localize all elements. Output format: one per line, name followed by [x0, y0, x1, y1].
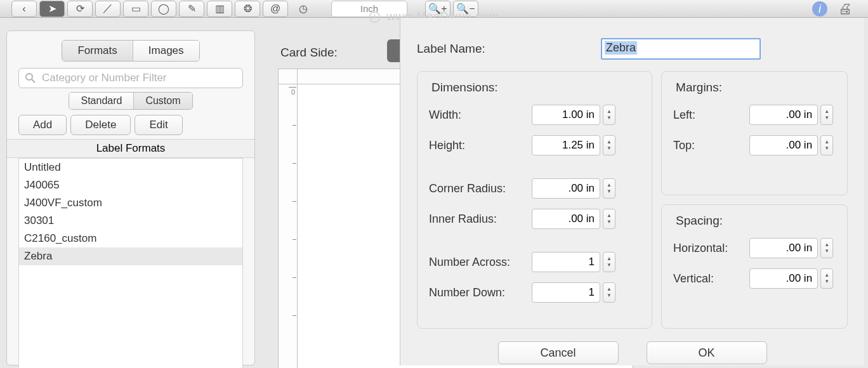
refresh-icon: ⟳: [76, 3, 84, 15]
spiral-tool-button[interactable]: ❂: [235, 1, 260, 17]
left-panel: Formats Images Standard Custom Add Delet…: [6, 30, 255, 365]
height-stepper[interactable]: [603, 135, 615, 155]
horizontal-input[interactable]: [749, 238, 818, 258]
dimensions-group: Dimensions: Width: Height: Corner Radius…: [417, 71, 652, 329]
top-input[interactable]: [749, 135, 818, 155]
spacing-title: Spacing:: [676, 214, 836, 228]
pen-tool-button[interactable]: ✎: [179, 1, 204, 17]
edit-button[interactable]: Edit: [135, 115, 182, 135]
inner-radius-label: Inner Radius:: [429, 213, 532, 226]
svg-line-4: [32, 79, 35, 82]
ellipse-tool-button[interactable]: ◯: [151, 1, 176, 17]
standard-custom-segment: Standard Custom: [7, 92, 254, 110]
number-down-input[interactable]: [532, 282, 600, 303]
pointer-icon: ➤: [48, 3, 56, 15]
list-item[interactable]: C2160_custom: [19, 230, 242, 247]
top-label: Top:: [673, 139, 749, 152]
spiral-icon: ❂: [244, 3, 252, 15]
zoom-out-button[interactable]: 🔍−: [453, 1, 478, 17]
clock-icon: ◷: [299, 3, 308, 15]
at-icon: @: [270, 3, 280, 15]
cancel-button[interactable]: Cancel: [498, 341, 619, 364]
zoom-in-icon: 🔍+: [428, 3, 447, 15]
ruler-corner: [279, 69, 298, 84]
svg-point-3: [26, 74, 32, 80]
rect-icon: ▭: [131, 3, 141, 15]
vertical-input[interactable]: [749, 268, 818, 289]
spacing-group: Spacing: Horizontal: Vertical:: [661, 204, 848, 329]
horizontal-stepper[interactable]: [820, 238, 833, 258]
left-input[interactable]: [749, 105, 818, 125]
number-across-input[interactable]: [532, 252, 600, 272]
barcode-tool-button[interactable]: ▥: [207, 1, 232, 17]
list-item[interactable]: Untitled: [19, 159, 242, 176]
refresh-button[interactable]: ⟳: [67, 1, 93, 17]
height-label: Height:: [429, 139, 532, 152]
print-button[interactable]: 🖨: [834, 0, 857, 18]
inner-radius-input[interactable]: [532, 209, 600, 229]
chevron-icon: ‹: [22, 3, 25, 15]
left-stepper[interactable]: [820, 105, 833, 125]
dimensions-title: Dimensions:: [431, 81, 640, 95]
top-stepper[interactable]: [820, 135, 833, 155]
search-icon: [25, 72, 36, 84]
width-input[interactable]: [532, 105, 600, 125]
ellipse-icon: ◯: [158, 3, 169, 15]
add-button[interactable]: Add: [18, 115, 67, 135]
formats-images-segment: Formats Images: [7, 40, 254, 62]
toolbar-button[interactable]: ‹: [11, 1, 37, 17]
corner-radius-input[interactable]: [532, 178, 600, 199]
list-item[interactable]: Zebra: [19, 247, 242, 265]
number-down-stepper[interactable]: [603, 282, 615, 303]
images-tab[interactable]: Images: [133, 41, 199, 61]
unit-select[interactable]: Inch: [331, 1, 407, 17]
delete-button[interactable]: Delete: [70, 115, 131, 135]
formats-tab[interactable]: Formats: [62, 41, 132, 61]
ruler-vertical: 0: [279, 84, 298, 368]
corner-radius-stepper[interactable]: [603, 178, 615, 199]
format-list[interactable]: UntitledJ40065J400VF_custom30301C2160_cu…: [18, 158, 243, 368]
zoom-out-icon: 🔍−: [456, 3, 475, 15]
toolbar: ‹ ➤ ⟳ ／ ▭ ◯ ✎ ▥ ❂ @ ◷ Inch 🔍+ 🔍− i 🖨: [0, 0, 868, 18]
custom-tab[interactable]: Custom: [133, 93, 192, 109]
vertical-stepper[interactable]: [820, 268, 833, 289]
standard-tab[interactable]: Standard: [69, 93, 133, 109]
left-label: Left:: [673, 108, 749, 122]
label-name-selection: Zebra: [605, 41, 637, 55]
list-item[interactable]: J400VF_custom: [19, 194, 242, 212]
vertical-label: Vertical:: [673, 272, 749, 286]
number-across-stepper[interactable]: [603, 252, 615, 272]
rect-tool-button[interactable]: ▭: [123, 1, 148, 17]
line-icon: ／: [103, 2, 113, 15]
print-icon: 🖨: [838, 1, 852, 17]
label-name-label: Label Name:: [417, 42, 601, 56]
margins-title: Margins:: [676, 81, 836, 95]
width-stepper[interactable]: [603, 105, 615, 125]
zoom-in-button[interactable]: 🔍+: [425, 1, 450, 17]
barcode-icon: ▥: [215, 3, 225, 15]
card-side-label: Card Side:: [280, 46, 338, 60]
label-edit-dialog: Label Name: Zebra Dimensions: Width: Hei…: [400, 18, 864, 365]
margins-group: Margins: Left: Top:: [661, 71, 848, 195]
at-tool-button[interactable]: @: [263, 1, 288, 17]
info-icon: i: [811, 0, 829, 18]
list-header: Label Formats: [7, 139, 254, 158]
pointer-tool-button[interactable]: ➤: [39, 1, 65, 17]
ok-button[interactable]: OK: [647, 341, 767, 364]
corner-radius-label: Corner Radius:: [429, 182, 532, 195]
list-item[interactable]: J40065: [19, 176, 242, 194]
number-across-label: Number Across:: [429, 256, 532, 269]
inner-radius-stepper[interactable]: [603, 209, 615, 229]
clock-tool-button[interactable]: ◷: [291, 1, 316, 17]
horizontal-label: Horizontal:: [673, 242, 749, 255]
info-button[interactable]: i: [808, 0, 831, 18]
pen-icon: ✎: [188, 3, 196, 15]
number-down-label: Number Down:: [429, 286, 532, 299]
search-input[interactable]: [18, 68, 243, 88]
line-tool-button[interactable]: ／: [95, 1, 121, 17]
width-label: Width:: [429, 108, 532, 122]
height-input[interactable]: [532, 135, 600, 155]
list-item[interactable]: 30301: [19, 212, 242, 230]
